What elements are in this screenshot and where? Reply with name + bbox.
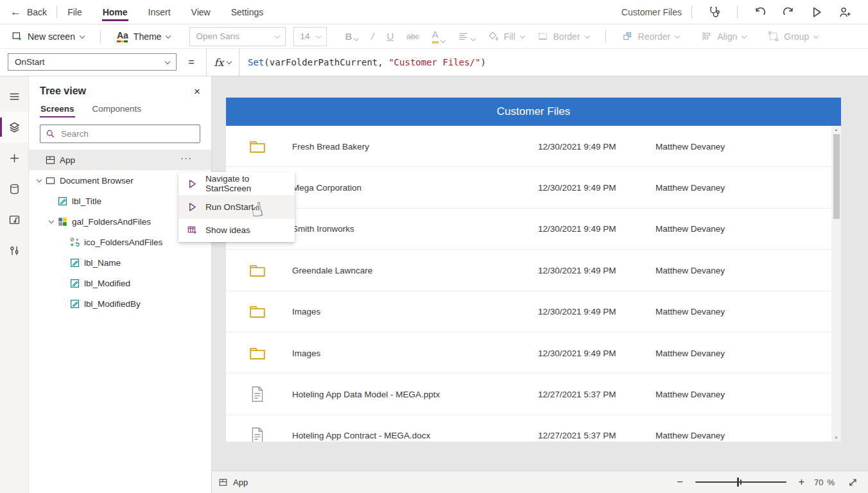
tree-item[interactable]: lbl_Modified bbox=[29, 273, 211, 293]
scrollbar-thumb[interactable] bbox=[833, 134, 840, 219]
border-button[interactable]: Border bbox=[531, 26, 596, 47]
font-family-select[interactable]: Open Sans bbox=[189, 27, 286, 46]
scroll-down-icon[interactable]: ▼ bbox=[831, 434, 841, 442]
tree-search-box[interactable] bbox=[40, 125, 200, 143]
new-screen-button[interactable]: New screen bbox=[5, 26, 91, 47]
formula-segment: "Customer Files/" bbox=[388, 57, 480, 67]
gallery-row[interactable]: Images 12/30/2021 9:49 PM Matthew Devane… bbox=[226, 291, 841, 333]
fx-button[interactable]: fx bbox=[206, 49, 239, 76]
status-bar: App − + 70% bbox=[212, 471, 868, 493]
menu-item[interactable]: Insert bbox=[148, 1, 171, 23]
tree-item[interactable]: lbl_ModifiedBy bbox=[29, 293, 211, 314]
context-menu-item[interactable]: Run OnStart bbox=[178, 195, 295, 218]
expand-diagonal-icon[interactable] bbox=[848, 478, 858, 487]
context-menu-item[interactable]: Navigate to StartScreen bbox=[178, 172, 295, 195]
theme-button[interactable]: Aa Theme bbox=[110, 26, 177, 47]
reorder-button[interactable]: Reorder bbox=[616, 26, 686, 47]
gallery-row[interactable]: Greendale Lawncare 12/30/2021 9:49 PM Ma… bbox=[226, 250, 841, 291]
item-modified-date: 12/30/2021 9:49 PM bbox=[538, 265, 616, 275]
gallery-row[interactable]: Images 12/30/2021 9:49 PM Matthew Devane… bbox=[226, 333, 841, 374]
rail-item[interactable] bbox=[0, 173, 28, 204]
gallery-row[interactable]: Smith Ironworks 12/30/2021 9:49 PM Matth… bbox=[226, 209, 841, 250]
current-screen-indicator[interactable]: App bbox=[218, 478, 248, 487]
menu-item[interactable]: Settings bbox=[230, 1, 265, 23]
font-color-icon: A bbox=[432, 30, 438, 44]
scroll-up-icon[interactable]: ▲ bbox=[831, 126, 841, 134]
menu-item[interactable]: File bbox=[67, 1, 83, 23]
item-options-button[interactable]: ··· bbox=[180, 152, 192, 163]
chevron-down-icon bbox=[80, 33, 85, 38]
gallery-row[interactable]: Fresh Bread Bakery 12/30/2021 9:49 PM Ma… bbox=[226, 126, 841, 167]
tree-view-panel: Tree view × Screens Components App ··· D… bbox=[29, 76, 212, 493]
divider bbox=[605, 30, 606, 43]
rail-item[interactable] bbox=[0, 204, 28, 235]
zoom-slider-handle[interactable] bbox=[737, 478, 739, 487]
item-name: Hoteling App Data Model - MEGA.pptx bbox=[292, 390, 440, 399]
gallery-row[interactable]: Mega Corporation 12/30/2021 9:49 PM Matt… bbox=[226, 167, 841, 208]
zoom-slider[interactable] bbox=[695, 481, 786, 483]
property-select[interactable]: OnStart bbox=[8, 53, 177, 71]
rail-item[interactable] bbox=[0, 112, 28, 143]
item-modified-date: 12/30/2021 9:49 PM bbox=[538, 307, 616, 316]
new-screen-icon bbox=[12, 31, 22, 42]
gallery-scrollbar[interactable]: ▲ ▼ bbox=[831, 126, 841, 442]
menu-item[interactable]: Home bbox=[102, 1, 128, 23]
tree-tab[interactable]: Screens bbox=[40, 99, 75, 119]
file-icon bbox=[250, 386, 265, 402]
screen-title-bar[interactable]: Customer Files bbox=[226, 98, 841, 126]
formula-segment: Set bbox=[248, 57, 264, 67]
item-modified-date: 12/30/2021 9:49 PM bbox=[538, 224, 616, 234]
rail-item[interactable] bbox=[0, 235, 28, 266]
app-checker-icon[interactable] bbox=[708, 6, 721, 19]
font-size-select[interactable]: 14 bbox=[293, 27, 327, 46]
rail-item[interactable] bbox=[0, 81, 28, 112]
formula-segment: ) bbox=[480, 57, 485, 67]
rail-item[interactable] bbox=[0, 143, 28, 173]
advanced-tools-icon bbox=[8, 245, 21, 257]
app-grid-icon bbox=[218, 478, 228, 487]
gallery-row[interactable]: Hoteling App Data Model - MEGA.pptx 12/2… bbox=[226, 374, 841, 415]
context-menu-item[interactable]: Show ideas bbox=[178, 219, 295, 242]
italic-button[interactable]: / bbox=[365, 31, 380, 42]
font-color-button[interactable]: A bbox=[426, 30, 451, 44]
chevron-down-icon bbox=[742, 33, 747, 38]
border-box-icon bbox=[537, 31, 548, 42]
align-button[interactable]: Align bbox=[695, 26, 752, 47]
formula-input[interactable]: Set (varFolderPathCurrent, "Customer Fil… bbox=[239, 49, 486, 76]
fill-button[interactable]: Fill bbox=[482, 26, 531, 47]
expand-chevron-icon[interactable] bbox=[46, 219, 56, 224]
search-input[interactable] bbox=[60, 128, 195, 139]
tree-tab[interactable]: Components bbox=[92, 99, 143, 119]
divider bbox=[56, 6, 57, 19]
preview-play-icon[interactable] bbox=[810, 6, 823, 19]
share-person-icon[interactable] bbox=[838, 6, 851, 19]
expand-chevron-icon[interactable] bbox=[34, 178, 44, 183]
menu-bar: File Home Insert View Settings bbox=[67, 1, 264, 23]
app-screen-canvas[interactable]: Customer Files Fresh Bread Bakery 12/30/… bbox=[226, 98, 841, 442]
chevron-down-icon bbox=[813, 33, 819, 38]
gallery-row[interactable]: Hoteling App Contract - MEGA.docx 12/27/… bbox=[226, 415, 841, 442]
redo-icon[interactable] bbox=[782, 6, 795, 19]
back-button[interactable]: ← Back bbox=[10, 6, 47, 17]
strikethrough-button[interactable]: abc bbox=[400, 32, 425, 41]
item-name: Smith Ironworks bbox=[292, 224, 354, 234]
app-context-menu: Navigate to StartScreen Run OnStart Show… bbox=[178, 172, 295, 242]
align-lines-icon bbox=[458, 31, 469, 42]
zoom-out-button[interactable]: − bbox=[677, 477, 682, 487]
zoom-in-button[interactable]: + bbox=[799, 477, 804, 487]
tree-item[interactable]: App ··· bbox=[29, 150, 211, 170]
item-modified-date: 12/30/2021 9:49 PM bbox=[538, 348, 616, 358]
item-modified-by: Matthew Devaney bbox=[655, 307, 725, 316]
bold-button[interactable]: B bbox=[338, 31, 365, 42]
tree-item[interactable]: lbl_Name bbox=[29, 252, 211, 273]
undo-icon[interactable] bbox=[754, 6, 767, 19]
menu-item[interactable]: View bbox=[191, 1, 211, 23]
chevron-down-icon bbox=[275, 33, 280, 38]
underline-button[interactable]: U bbox=[380, 31, 400, 42]
close-icon[interactable]: × bbox=[194, 86, 200, 97]
divider bbox=[691, 6, 692, 19]
ribbon-toolbar: New screen Aa Theme Open Sans 14 B / U a… bbox=[0, 24, 868, 49]
group-button[interactable]: Group bbox=[761, 26, 824, 47]
text-align-button[interactable] bbox=[451, 31, 482, 42]
item-modified-by: Matthew Devaney bbox=[655, 390, 725, 399]
